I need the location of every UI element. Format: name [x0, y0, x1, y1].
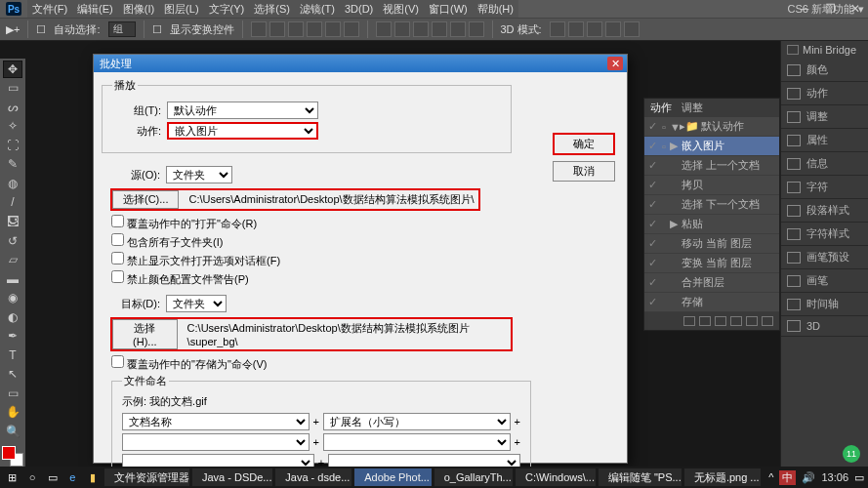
rpanel-color[interactable]: 颜色 — [781, 59, 868, 82]
playaction-icon[interactable] — [715, 316, 726, 326]
newset-icon[interactable] — [730, 316, 742, 326]
choose-source-button[interactable]: 选择(C)... — [112, 190, 179, 209]
modal-icon[interactable]: ▫ — [658, 141, 670, 152]
check-icon[interactable]: ✓ — [646, 218, 658, 230]
fg-bg-swatches[interactable] — [2, 446, 23, 467]
target-select[interactable]: 文件夹 — [166, 295, 227, 312]
show-transform-checkbox[interactable]: ☐ — [152, 23, 162, 36]
auto-select-checkbox[interactable]: ☐ — [36, 23, 46, 36]
taskbar-item[interactable]: C:\Windows\... — [516, 468, 596, 486]
check-icon[interactable]: ✓ — [646, 198, 658, 211]
healing-tool[interactable]: ◍ — [3, 175, 22, 192]
zoom-tool[interactable]: 🔍 — [3, 423, 22, 440]
taskbar-item[interactable]: Adobe Phot... — [354, 468, 431, 486]
fn-slot-2[interactable]: 扩展名（小写） — [323, 413, 511, 430]
edge-icon[interactable]: e — [64, 468, 81, 486]
taskbar-item[interactable]: 编辑随笔 "PS... — [599, 468, 682, 486]
override-open-checkbox[interactable] — [111, 215, 124, 227]
menu-layer[interactable]: 图层(L) — [161, 2, 201, 17]
eraser-tool[interactable]: ▱ — [3, 251, 22, 268]
rpanel-brush[interactable]: 画笔 — [781, 269, 868, 293]
stop-icon[interactable] — [683, 316, 695, 326]
rpanel-brushpres[interactable]: 画笔预设 — [781, 246, 868, 269]
fn-slot-4[interactable] — [323, 433, 511, 451]
fn-slot-3[interactable] — [122, 433, 310, 451]
minimize-icon[interactable]: ─ — [792, 0, 817, 18]
blur-tool[interactable]: ◉ — [3, 289, 22, 306]
action-select[interactable]: 嵌入图片 — [167, 122, 318, 140]
rpanel-3d[interactable]: 3D — [781, 316, 868, 337]
override-save-checkbox[interactable] — [111, 355, 124, 368]
dialog-titlebar[interactable]: 批处理 ✕ — [94, 55, 627, 72]
action-row[interactable]: ✓▫▼▸📁默认动作 — [644, 117, 779, 137]
taskbar-item[interactable]: 无标题.png ... — [684, 468, 761, 486]
taskbar-item[interactable]: Java - DSDe... — [192, 468, 272, 486]
action-row[interactable]: ✓存储 — [644, 293, 779, 312]
action-row[interactable]: ✓▶粘贴 — [644, 215, 779, 234]
path-tool[interactable]: ↖ — [3, 366, 22, 384]
menu-help[interactable]: 帮助(H) — [475, 2, 517, 17]
chevron-icon[interactable]: ▼ — [670, 121, 680, 133]
brush-tool[interactable]: / — [3, 194, 22, 212]
green-badge[interactable]: 11 — [843, 445, 860, 463]
ok-button[interactable]: 确定 — [553, 133, 615, 155]
rpanel-char[interactable]: 字符 — [781, 176, 868, 199]
rpanel-properties[interactable]: 属性 — [781, 129, 868, 152]
menu-filter[interactable]: 滤镜(T) — [297, 2, 338, 17]
rpanel-info[interactable]: 信息 — [781, 152, 868, 176]
tray-up-icon[interactable]: ^ — [768, 471, 773, 483]
menu-view[interactable]: 视图(V) — [380, 2, 422, 17]
mini-bridge-panel[interactable]: Mini Bridge — [781, 41, 868, 59]
history-brush-tool[interactable]: ↺ — [3, 232, 22, 250]
fn-slot-1[interactable]: 文档名称 — [122, 413, 310, 430]
taskbar-item[interactable]: o_GallaryTh... — [434, 468, 513, 486]
check-icon[interactable]: ✓ — [646, 159, 658, 172]
tray-notif-icon[interactable]: ▭ — [854, 471, 864, 484]
newaction-icon[interactable] — [746, 316, 758, 326]
tray-clock[interactable]: 13:06 — [821, 471, 848, 483]
choose-target-button[interactable]: 选择(H)... — [112, 319, 178, 349]
tab-actions[interactable]: 动作 — [650, 101, 672, 115]
rpanel-actions[interactable]: 动作 — [781, 82, 868, 105]
check-icon[interactable]: ✓ — [646, 296, 658, 308]
action-row[interactable]: ✓选择 上一个文档 — [644, 156, 779, 176]
menu-3d[interactable]: 3D(D) — [342, 3, 376, 15]
move-tool[interactable]: ✥ — [3, 61, 22, 78]
menu-edit[interactable]: 编辑(E) — [74, 2, 116, 17]
menu-type[interactable]: 文字(Y) — [206, 2, 248, 17]
taskview-icon[interactable]: ▭ — [44, 468, 61, 486]
cancel-button[interactable]: 取消 — [553, 161, 615, 182]
folder-icon[interactable]: ▮ — [85, 468, 102, 486]
tab-adjust[interactable]: 调整 — [682, 101, 703, 115]
modal-icon[interactable]: ▫ — [658, 121, 670, 133]
group-select[interactable]: 默认动作 — [167, 102, 318, 119]
rpanel-timeline[interactable]: 时间轴 — [781, 293, 868, 316]
check-icon[interactable]: ✓ — [646, 140, 658, 152]
menu-file[interactable]: 文件(F) — [29, 2, 70, 17]
tray-ime[interactable]: 中 — [779, 470, 796, 485]
check-icon[interactable]: ✓ — [646, 257, 658, 269]
taskbar-item[interactable]: 文件资源管理器 — [104, 468, 189, 486]
action-row[interactable]: ✓变换 当前 图层 — [644, 254, 779, 273]
crop-tool[interactable]: ⛶ — [3, 137, 22, 154]
action-row[interactable]: ✓选择 下一个文档 — [644, 195, 779, 215]
wand-tool[interactable]: ✧ — [3, 118, 22, 136]
source-select[interactable]: 文件夹 — [166, 166, 232, 183]
bin-icon[interactable] — [762, 316, 773, 326]
search-icon[interactable]: ○ — [24, 468, 41, 486]
menu-window[interactable]: 窗口(W) — [426, 2, 471, 17]
shape-tool[interactable]: ▭ — [3, 385, 22, 402]
gradient-tool[interactable]: ▬ — [3, 270, 22, 288]
pen-tool[interactable]: ✒ — [3, 327, 22, 345]
check-icon[interactable]: ✓ — [646, 120, 658, 133]
restore-icon[interactable]: ❐ — [817, 0, 843, 18]
dodge-tool[interactable]: ◐ — [3, 308, 22, 326]
chevron-icon[interactable]: ▶ — [670, 140, 680, 152]
close-icon[interactable]: ✕ — [843, 0, 868, 18]
type-tool[interactable]: T — [3, 346, 22, 364]
include-sub-checkbox[interactable] — [111, 233, 124, 246]
menu-select[interactable]: 选择(S) — [251, 2, 293, 17]
action-row[interactable]: ✓拷贝 — [644, 176, 779, 195]
dialog-close-icon[interactable]: ✕ — [607, 57, 623, 70]
stamp-tool[interactable]: ⛾ — [3, 213, 22, 230]
